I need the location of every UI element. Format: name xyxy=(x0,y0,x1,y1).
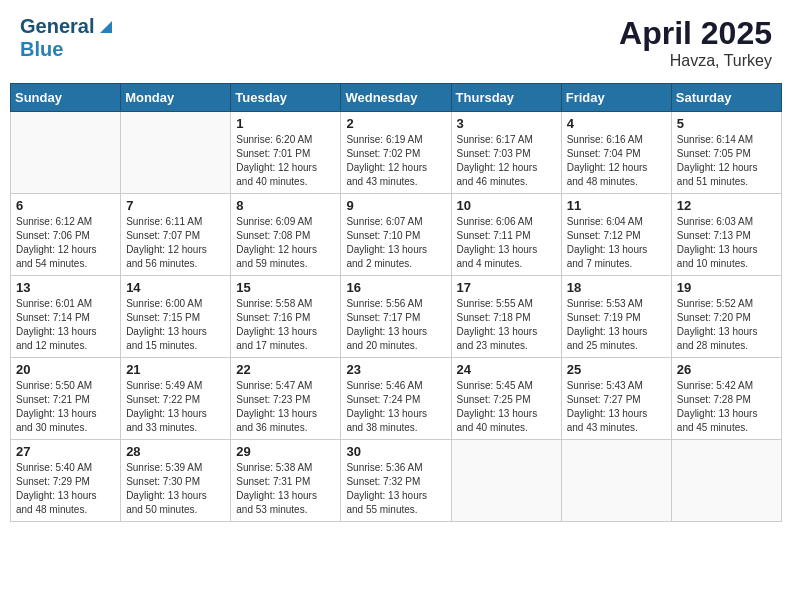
table-row: 10Sunrise: 6:06 AMSunset: 7:11 PMDayligh… xyxy=(451,194,561,276)
daylight-text: Daylight: 12 hours and 46 minutes. xyxy=(457,161,556,189)
day-info: Sunrise: 5:53 AMSunset: 7:19 PMDaylight:… xyxy=(567,297,666,353)
table-row: 15Sunrise: 5:58 AMSunset: 7:16 PMDayligh… xyxy=(231,276,341,358)
day-info: Sunrise: 6:00 AMSunset: 7:15 PMDaylight:… xyxy=(126,297,225,353)
calendar-week-row: 1Sunrise: 6:20 AMSunset: 7:01 PMDaylight… xyxy=(11,112,782,194)
table-row: 12Sunrise: 6:03 AMSunset: 7:13 PMDayligh… xyxy=(671,194,781,276)
day-number: 30 xyxy=(346,444,445,459)
daylight-text: Daylight: 13 hours and 38 minutes. xyxy=(346,407,445,435)
sunrise-text: Sunrise: 5:49 AM xyxy=(126,379,225,393)
day-number: 14 xyxy=(126,280,225,295)
sunrise-text: Sunrise: 6:03 AM xyxy=(677,215,776,229)
title-block: April 2025 Havza, Turkey xyxy=(619,15,772,70)
sunrise-text: Sunrise: 6:12 AM xyxy=(16,215,115,229)
day-info: Sunrise: 5:36 AMSunset: 7:32 PMDaylight:… xyxy=(346,461,445,517)
sunset-text: Sunset: 7:01 PM xyxy=(236,147,335,161)
calendar-week-row: 13Sunrise: 6:01 AMSunset: 7:14 PMDayligh… xyxy=(11,276,782,358)
calendar-table: Sunday Monday Tuesday Wednesday Thursday… xyxy=(10,83,782,522)
day-info: Sunrise: 5:42 AMSunset: 7:28 PMDaylight:… xyxy=(677,379,776,435)
sunset-text: Sunset: 7:21 PM xyxy=(16,393,115,407)
daylight-text: Daylight: 13 hours and 25 minutes. xyxy=(567,325,666,353)
daylight-text: Daylight: 13 hours and 20 minutes. xyxy=(346,325,445,353)
day-info: Sunrise: 6:06 AMSunset: 7:11 PMDaylight:… xyxy=(457,215,556,271)
daylight-text: Daylight: 13 hours and 4 minutes. xyxy=(457,243,556,271)
sunset-text: Sunset: 7:20 PM xyxy=(677,311,776,325)
sunset-text: Sunset: 7:19 PM xyxy=(567,311,666,325)
day-info: Sunrise: 5:50 AMSunset: 7:21 PMDaylight:… xyxy=(16,379,115,435)
day-number: 28 xyxy=(126,444,225,459)
table-row: 20Sunrise: 5:50 AMSunset: 7:21 PMDayligh… xyxy=(11,358,121,440)
daylight-text: Daylight: 12 hours and 51 minutes. xyxy=(677,161,776,189)
calendar-title: April 2025 xyxy=(619,15,772,52)
sunset-text: Sunset: 7:12 PM xyxy=(567,229,666,243)
col-sunday: Sunday xyxy=(11,84,121,112)
day-number: 3 xyxy=(457,116,556,131)
day-info: Sunrise: 5:40 AMSunset: 7:29 PMDaylight:… xyxy=(16,461,115,517)
table-row: 23Sunrise: 5:46 AMSunset: 7:24 PMDayligh… xyxy=(341,358,451,440)
day-info: Sunrise: 5:45 AMSunset: 7:25 PMDaylight:… xyxy=(457,379,556,435)
col-thursday: Thursday xyxy=(451,84,561,112)
table-row: 13Sunrise: 6:01 AMSunset: 7:14 PMDayligh… xyxy=(11,276,121,358)
sunset-text: Sunset: 7:06 PM xyxy=(16,229,115,243)
table-row: 18Sunrise: 5:53 AMSunset: 7:19 PMDayligh… xyxy=(561,276,671,358)
sunrise-text: Sunrise: 5:52 AM xyxy=(677,297,776,311)
table-row: 16Sunrise: 5:56 AMSunset: 7:17 PMDayligh… xyxy=(341,276,451,358)
day-number: 4 xyxy=(567,116,666,131)
daylight-text: Daylight: 13 hours and 30 minutes. xyxy=(16,407,115,435)
sunset-text: Sunset: 7:03 PM xyxy=(457,147,556,161)
sunset-text: Sunset: 7:17 PM xyxy=(346,311,445,325)
table-row: 22Sunrise: 5:47 AMSunset: 7:23 PMDayligh… xyxy=(231,358,341,440)
daylight-text: Daylight: 13 hours and 2 minutes. xyxy=(346,243,445,271)
calendar-week-row: 6Sunrise: 6:12 AMSunset: 7:06 PMDaylight… xyxy=(11,194,782,276)
day-info: Sunrise: 5:47 AMSunset: 7:23 PMDaylight:… xyxy=(236,379,335,435)
table-row xyxy=(121,112,231,194)
day-info: Sunrise: 5:49 AMSunset: 7:22 PMDaylight:… xyxy=(126,379,225,435)
day-info: Sunrise: 5:52 AMSunset: 7:20 PMDaylight:… xyxy=(677,297,776,353)
daylight-text: Daylight: 13 hours and 36 minutes. xyxy=(236,407,335,435)
svg-marker-0 xyxy=(100,21,112,33)
table-row: 5Sunrise: 6:14 AMSunset: 7:05 PMDaylight… xyxy=(671,112,781,194)
daylight-text: Daylight: 13 hours and 7 minutes. xyxy=(567,243,666,271)
day-number: 29 xyxy=(236,444,335,459)
day-info: Sunrise: 6:16 AMSunset: 7:04 PMDaylight:… xyxy=(567,133,666,189)
day-number: 10 xyxy=(457,198,556,213)
page-header: General Blue April 2025 Havza, Turkey xyxy=(10,10,782,75)
daylight-text: Daylight: 12 hours and 54 minutes. xyxy=(16,243,115,271)
sunrise-text: Sunrise: 6:06 AM xyxy=(457,215,556,229)
day-number: 2 xyxy=(346,116,445,131)
sunset-text: Sunset: 7:10 PM xyxy=(346,229,445,243)
sunset-text: Sunset: 7:29 PM xyxy=(16,475,115,489)
table-row: 8Sunrise: 6:09 AMSunset: 7:08 PMDaylight… xyxy=(231,194,341,276)
sunset-text: Sunset: 7:07 PM xyxy=(126,229,225,243)
daylight-text: Daylight: 13 hours and 53 minutes. xyxy=(236,489,335,517)
table-row xyxy=(561,440,671,522)
day-info: Sunrise: 6:14 AMSunset: 7:05 PMDaylight:… xyxy=(677,133,776,189)
daylight-text: Daylight: 12 hours and 48 minutes. xyxy=(567,161,666,189)
col-tuesday: Tuesday xyxy=(231,84,341,112)
day-number: 16 xyxy=(346,280,445,295)
day-info: Sunrise: 6:19 AMSunset: 7:02 PMDaylight:… xyxy=(346,133,445,189)
day-info: Sunrise: 6:17 AMSunset: 7:03 PMDaylight:… xyxy=(457,133,556,189)
logo-blue-text: Blue xyxy=(20,38,63,61)
day-info: Sunrise: 5:39 AMSunset: 7:30 PMDaylight:… xyxy=(126,461,225,517)
table-row: 29Sunrise: 5:38 AMSunset: 7:31 PMDayligh… xyxy=(231,440,341,522)
sunset-text: Sunset: 7:25 PM xyxy=(457,393,556,407)
day-info: Sunrise: 5:56 AMSunset: 7:17 PMDaylight:… xyxy=(346,297,445,353)
table-row: 17Sunrise: 5:55 AMSunset: 7:18 PMDayligh… xyxy=(451,276,561,358)
day-number: 21 xyxy=(126,362,225,377)
daylight-text: Daylight: 12 hours and 40 minutes. xyxy=(236,161,335,189)
sunrise-text: Sunrise: 5:47 AM xyxy=(236,379,335,393)
logo-general-text: General xyxy=(20,15,94,38)
daylight-text: Daylight: 13 hours and 23 minutes. xyxy=(457,325,556,353)
sunrise-text: Sunrise: 5:50 AM xyxy=(16,379,115,393)
day-number: 26 xyxy=(677,362,776,377)
daylight-text: Daylight: 13 hours and 17 minutes. xyxy=(236,325,335,353)
day-number: 9 xyxy=(346,198,445,213)
day-info: Sunrise: 6:04 AMSunset: 7:12 PMDaylight:… xyxy=(567,215,666,271)
day-info: Sunrise: 5:38 AMSunset: 7:31 PMDaylight:… xyxy=(236,461,335,517)
sunset-text: Sunset: 7:23 PM xyxy=(236,393,335,407)
daylight-text: Daylight: 13 hours and 45 minutes. xyxy=(677,407,776,435)
sunrise-text: Sunrise: 5:45 AM xyxy=(457,379,556,393)
table-row: 28Sunrise: 5:39 AMSunset: 7:30 PMDayligh… xyxy=(121,440,231,522)
day-number: 11 xyxy=(567,198,666,213)
table-row: 27Sunrise: 5:40 AMSunset: 7:29 PMDayligh… xyxy=(11,440,121,522)
